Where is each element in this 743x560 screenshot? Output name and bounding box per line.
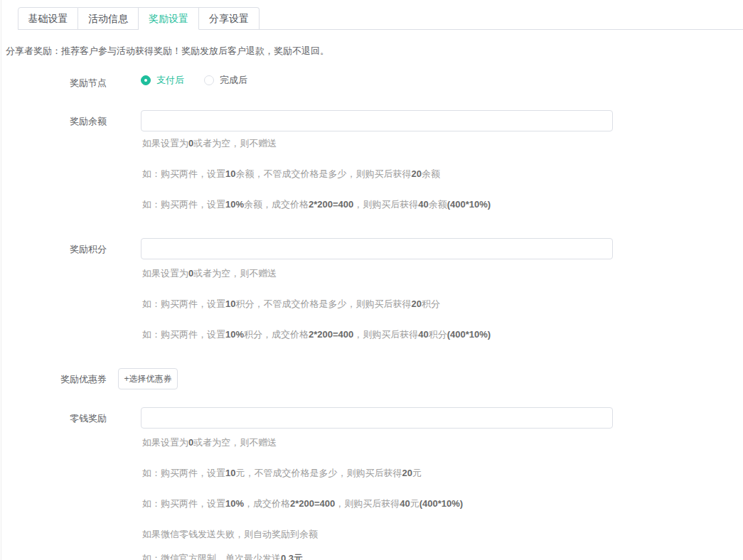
reward-balance-help-2: 如：购买两件，设置10余额，不管成交价格是多少，则购买后获得20余额 [142,169,440,179]
tab-share-settings[interactable]: 分享设置 [199,7,260,30]
radio-checked-icon [141,75,151,85]
sharer-reward-intro: 分享者奖励：推荐客户参与活动获得奖励！奖励发放后客户退款，奖励不退回。 [6,45,329,58]
tab-reward-settings[interactable]: 奖励设置 [139,7,199,30]
reward-points-help-3: 如：购买两件，设置10%积分，成交价格2*200=400，则购买后获得40积分(… [142,330,491,340]
cash-reward-help-2: 如：购买两件，设置10元，不管成交价格是多少，则购买后获得20元 [142,468,422,478]
cash-reward-input[interactable] [141,407,613,429]
select-coupon-button[interactable]: +选择优惠券 [118,368,178,389]
cash-reward-help-1: 如果设置为0或者为空，则不赠送 [142,438,277,448]
tab-basic-settings[interactable]: 基础设置 [18,7,78,30]
reward-points-help-2: 如：购买两件，设置10积分，不管成交价格是多少，则购买后获得20积分 [142,299,440,309]
settings-tabbar: 基础设置 活动信息 奖励设置 分享设置 [18,7,743,30]
radio-after-completion-label: 完成后 [220,74,247,87]
reward-coupon-label: 奖励优惠券 [0,373,107,386]
reward-balance-label: 奖励余额 [0,115,107,128]
reward-node-label: 奖励节点 [0,77,107,90]
cash-reward-help-4: 如果微信零钱发送失败，则自动奖励到余额 [142,529,318,539]
radio-after-payment-label: 支付后 [156,74,184,87]
reward-balance-input[interactable] [141,110,613,131]
reward-balance-help-1: 如果设置为0或者为空，则不赠送 [142,139,277,149]
radio-after-completion[interactable]: 完成后 [204,74,247,87]
cash-reward-label: 零钱奖励 [0,412,107,425]
tab-activity-info[interactable]: 活动信息 [78,7,139,30]
cash-reward-help-3: 如：购买两件，设置10%，成交价格2*200=400，则购买后获得40元(400… [142,499,463,509]
reward-points-input[interactable] [141,238,613,259]
cash-reward-help-5-clipped: 如：微信官方限制，单次最少发送0.3元 [142,554,303,560]
radio-after-payment[interactable]: 支付后 [141,74,184,87]
reward-points-label: 奖励积分 [0,243,107,256]
reward-points-help-1: 如果设置为0或者为空，则不赠送 [142,269,277,279]
reward-balance-help-3: 如：购买两件，设置10%余额，成交价格2*200=400，则购买后获得40余额(… [142,200,491,210]
reward-node-radio-group: 支付后 完成后 [141,74,267,87]
radio-unchecked-icon [204,75,214,85]
